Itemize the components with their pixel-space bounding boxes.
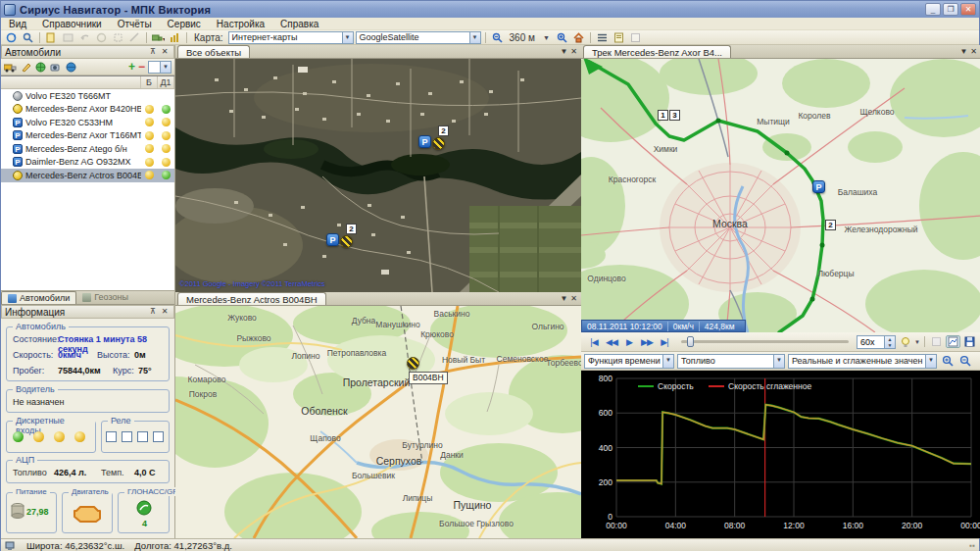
camera-icon[interactable]	[50, 62, 63, 73]
remove-vehicle-button[interactable]: −	[138, 60, 145, 74]
chart-mode-select[interactable]: Реальные и сглаженные значен▼	[788, 354, 937, 369]
waypoint-number-badge[interactable]: 3	[669, 110, 680, 121]
bulb-dropdown[interactable]: ▼	[914, 339, 920, 345]
moving-icon	[13, 104, 23, 114]
globe-icon[interactable]	[35, 62, 47, 73]
close-icon[interactable]: ✕	[159, 307, 171, 318]
menu-0[interactable]: Вид	[1, 18, 34, 30]
chart-button[interactable]	[168, 31, 182, 44]
chart-function-select[interactable]: Функция времени▼	[584, 354, 674, 369]
chevron-down-icon[interactable]: ▼	[560, 47, 567, 56]
rewind-button[interactable]: ◀◀	[603, 337, 620, 347]
stop-button[interactable]	[94, 31, 109, 44]
truck-marker-icon[interactable]	[340, 235, 353, 248]
ruler-button[interactable]	[127, 31, 142, 44]
vehicle-row-5[interactable]: PDaimler-Benz AG О932МХ	[1, 156, 174, 170]
playback-speed-spinner[interactable]: 60x ▲▼	[857, 335, 896, 349]
chart-zoom-in-icon[interactable]	[940, 355, 955, 368]
play-button[interactable]: ▶	[620, 337, 638, 347]
list-button[interactable]	[595, 31, 610, 44]
vehicle-row-4[interactable]: PMercedes-Benz Atego б/н	[1, 142, 174, 156]
map-scale-value[interactable]: 360 м	[507, 32, 538, 43]
table-button[interactable]	[61, 31, 75, 44]
tab-actros[interactable]: Mercedes-Benz Actros В004ВН	[177, 292, 326, 305]
tab-geozones[interactable]: Геозоны	[76, 291, 134, 304]
search-button[interactable]	[21, 31, 35, 44]
track-map[interactable]: 08.11.2011 10:12:00 0км/ч 424,8км ХимкиМ…	[581, 59, 980, 332]
minimize-button[interactable]: _	[925, 3, 941, 16]
edit-button[interactable]	[44, 31, 59, 44]
bulb-button[interactable]	[898, 335, 912, 348]
menu-2[interactable]: Отчёты	[110, 18, 160, 30]
add-vehicle-button[interactable]: +	[128, 60, 135, 74]
waypoint-number-badge[interactable]: 2	[825, 220, 836, 230]
chevron-down-icon[interactable]: ▼	[342, 32, 353, 43]
vehicle-row-3[interactable]: PMercedes-Benz Axor Т166МТ	[1, 129, 174, 143]
pin-icon[interactable]: ⊼	[147, 47, 159, 58]
group-discrete-inputs: Дискретные входы	[6, 421, 96, 453]
map-scale-dropdown[interactable]: ▼	[540, 34, 553, 41]
relay-checkbox-1[interactable]	[122, 431, 132, 442]
map-provider-select[interactable]: Интернет-карты▼	[228, 31, 354, 44]
close-icon[interactable]: ✕	[570, 47, 577, 56]
refresh-button[interactable]	[4, 31, 19, 44]
pencil-icon[interactable]	[21, 62, 32, 73]
relay-checkbox-0[interactable]	[106, 431, 117, 442]
relay-checkbox-2[interactable]	[137, 431, 148, 442]
vehicle-row-1[interactable]: Mercedes-Benz Axor В420НВ	[1, 103, 174, 117]
close-icon[interactable]: ✕	[159, 47, 171, 58]
satellite-map[interactable]: ©2011 Google - Imagery ©2011 TerraMetric…	[175, 59, 581, 292]
view-mode-select[interactable]: ▼	[148, 61, 172, 74]
chevron-down-icon[interactable]: ▼	[469, 32, 480, 43]
undo-button[interactable]	[77, 31, 92, 44]
select-button[interactable]	[111, 31, 125, 44]
close-icon[interactable]: ✕	[970, 47, 977, 56]
pin-icon[interactable]: ⊼	[147, 307, 159, 318]
tab-track[interactable]: Трек Mercedes-Benz Axor В4...	[583, 45, 731, 58]
menu-3[interactable]: Сервис	[160, 18, 209, 30]
speed-chart[interactable]: 020040060080000:0004:0008:0012:0016:0020…	[581, 371, 980, 538]
chart-toggle-button[interactable]	[946, 335, 960, 348]
resize-grip[interactable]: ▪▪	[969, 541, 975, 550]
window-button[interactable]	[929, 335, 944, 348]
menu-5[interactable]: Справка	[272, 18, 326, 30]
slider-thumb[interactable]	[687, 336, 694, 347]
fast-forward-button[interactable]: ▶▶	[638, 337, 656, 347]
skip-start-button[interactable]: |◀	[585, 337, 603, 347]
tab-all-objects[interactable]: Все объекты	[177, 45, 250, 58]
zoom-in-icon[interactable]	[555, 31, 569, 44]
waypoint-number-badge[interactable]: 1	[658, 110, 668, 121]
chevron-down-icon[interactable]: ▼	[959, 47, 967, 56]
vehicle-row-6[interactable]: Mercedes-Benz Actros В004ВН	[1, 169, 174, 182]
home-button[interactable]	[571, 31, 586, 44]
vehicle-row-0[interactable]: Volvo FE320 Т666МТ	[1, 89, 174, 103]
truck-icon[interactable]	[4, 62, 18, 73]
parking-marker-icon[interactable]: P	[812, 180, 825, 193]
save-button[interactable]	[962, 335, 977, 348]
chevron-down-icon[interactable]: ▼	[560, 294, 567, 303]
close-icon[interactable]: ✕	[570, 294, 577, 303]
menu-1[interactable]: Справочники	[34, 18, 110, 30]
status-b-indicator	[145, 118, 154, 126]
parking-marker-icon[interactable]: P	[418, 135, 431, 148]
vehicle-row-2[interactable]: PVolvo FE320 С533НМ	[1, 116, 174, 129]
chart-parameter-select[interactable]: Топливо▼	[677, 354, 785, 369]
chart-zoom-out-icon[interactable]	[957, 355, 972, 368]
skip-end-button[interactable]: ▶|	[656, 337, 673, 347]
globe2-icon[interactable]	[66, 62, 77, 73]
zoom-out-icon[interactable]	[490, 31, 505, 44]
tab-vehicles[interactable]: Автомобили	[1, 291, 76, 304]
restore-button[interactable]: ❐	[943, 3, 958, 16]
checkbox-button[interactable]	[628, 31, 643, 44]
map-layer-select[interactable]: GoogleSatellite▼	[356, 31, 481, 44]
parking-marker-icon[interactable]: P	[326, 233, 339, 246]
truck-marker-icon[interactable]	[432, 137, 445, 150]
close-button[interactable]: ✕	[960, 3, 976, 16]
playback-slider[interactable]	[681, 340, 849, 343]
vehicle-menu-button[interactable]: ▾	[151, 31, 166, 44]
road-map[interactable]: В004ВН ЖуковоДубнаМанушкиноВаськиноКрюко…	[175, 306, 581, 538]
vehicle-marker-icon[interactable]	[407, 357, 419, 370]
relay-checkbox-3[interactable]	[153, 431, 164, 442]
menu-4[interactable]: Настройка	[209, 18, 272, 30]
report-button[interactable]	[612, 31, 626, 44]
